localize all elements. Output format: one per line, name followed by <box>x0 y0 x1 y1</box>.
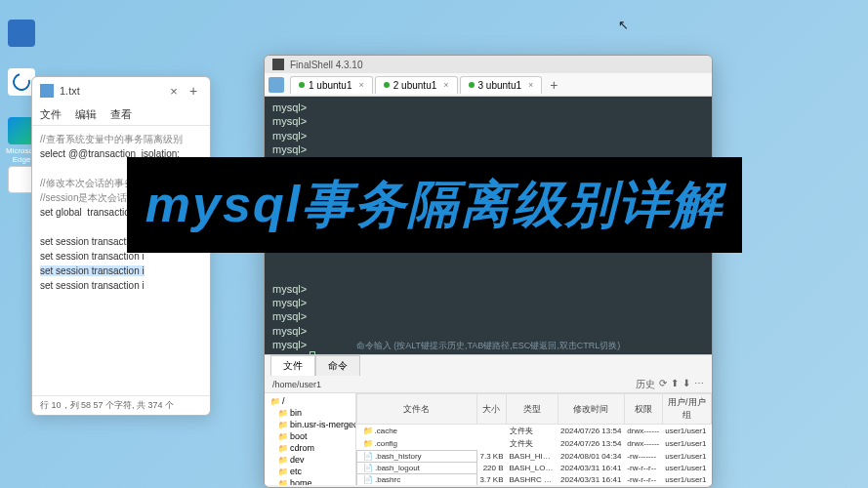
more-icon[interactable]: ⋯ <box>694 378 704 391</box>
status-dot-icon <box>299 82 305 88</box>
notepad-status: 行 10，列 58 57 个字符, 共 374 个 <box>32 395 210 415</box>
col-type[interactable]: 类型 <box>507 394 558 425</box>
path-bar: /home/user1 历史 ⟳ ⬆ ⬇ ⋯ <box>265 376 712 393</box>
shell-title: FinalShell 4.3.10 <box>290 60 363 70</box>
col-size[interactable]: 大小 <box>476 394 507 425</box>
file-manager: /binbin.usr-is-mergedbootcdromdevetchome… <box>265 393 712 485</box>
overlay-title: mysql事务隔离级别详解 <box>127 157 742 253</box>
tree-item[interactable]: cdrom <box>269 442 351 454</box>
tab-cmd[interactable]: 命令 <box>315 355 360 376</box>
upload-icon[interactable]: ⬆ <box>671 378 679 391</box>
overlay-text: mysql事务隔离级别详解 <box>145 171 723 239</box>
tree-item[interactable]: boot <box>269 430 351 442</box>
tab-3[interactable]: 3 ubuntu1× <box>460 76 543 94</box>
tab-files[interactable]: 文件 <box>270 355 315 376</box>
mouse-cursor-icon <box>618 18 630 33</box>
tree-item[interactable]: etc <box>269 466 351 477</box>
download-icon[interactable]: ⬇ <box>682 378 690 391</box>
finalshell-window: FinalShell 4.3.10 1 ubuntu1× 2 ubuntu1× … <box>264 55 713 488</box>
table-row[interactable]: .config文件夹2024/07/26 13:54drwx------user… <box>357 437 712 450</box>
file-icon <box>40 84 54 98</box>
tree-item[interactable]: bin.usr-is-merged <box>269 419 351 430</box>
menu-view[interactable]: 查看 <box>110 107 132 122</box>
status-dot-icon <box>384 82 390 88</box>
notepad-titlebar[interactable]: 1.txt × + <box>32 77 210 104</box>
current-path[interactable]: /home/user1 <box>272 380 321 389</box>
tab-close-icon[interactable]: × <box>359 80 364 90</box>
shell-titlebar[interactable]: FinalShell 4.3.10 <box>265 56 712 73</box>
menu-edit[interactable]: 编辑 <box>75 107 97 122</box>
table-row[interactable]: .bash_logout220 BBASH_LO…2024/03/31 16:4… <box>357 462 712 473</box>
app-icon <box>272 59 284 70</box>
bottom-tabs: 文件 命令 <box>265 354 712 376</box>
shell-tabs: 1 ubuntu1× 2 ubuntu1× 3 ubuntu1× + <box>265 73 712 97</box>
notepad-menu: 文件 编辑 查看 <box>32 104 210 126</box>
table-row[interactable]: .bash_history7.3 KBBASH_HI…2024/08/01 04… <box>357 450 712 462</box>
new-tab-icon[interactable]: + <box>185 83 202 99</box>
tab-2[interactable]: 2 ubuntu1× <box>375 76 458 94</box>
refresh-icon[interactable]: ⟳ <box>659 378 667 391</box>
history-label[interactable]: 历史 <box>636 378 655 391</box>
tab-close-icon[interactable]: × <box>443 80 448 90</box>
table-row[interactable]: .bashrc3.7 KBBASHRC …2024/03/31 16:41-rw… <box>357 473 712 485</box>
tree-item[interactable]: bin <box>269 407 351 419</box>
desktop-icon-generic[interactable] <box>6 20 37 57</box>
menu-file[interactable]: 文件 <box>40 107 62 122</box>
tree-item[interactable]: home <box>269 477 351 485</box>
folder-icon[interactable] <box>269 77 284 93</box>
status-dot-icon <box>469 82 475 88</box>
tab-close-icon[interactable]: × <box>163 84 185 99</box>
fm-tree[interactable]: /binbin.usr-is-mergedbootcdromdevetchome… <box>265 393 356 485</box>
tab-close-icon[interactable]: × <box>528 80 533 90</box>
tab-1[interactable]: 1 ubuntu1× <box>290 76 373 94</box>
col-owner[interactable]: 用户/用户组 <box>662 394 711 425</box>
fm-list[interactable]: 文件名 大小 类型 修改时间 权限 用户/用户组 .cache文件夹2024/0… <box>356 393 712 485</box>
col-perm[interactable]: 权限 <box>624 394 662 425</box>
col-mtime[interactable]: 修改时间 <box>558 394 624 425</box>
table-row[interactable]: .cache文件夹2024/07/26 13:54drwx------user1… <box>357 425 712 438</box>
tree-item[interactable]: dev <box>269 454 351 466</box>
notepad-title: 1.txt <box>60 85 80 97</box>
col-name[interactable]: 文件名 <box>357 394 477 425</box>
new-tab-icon[interactable]: + <box>544 77 563 93</box>
tree-item[interactable]: / <box>269 395 351 407</box>
terminal-hint: 命令输入 (按ALT键提示历史,TAB键路径,ESC键返回,双击CTRL切换) <box>265 341 712 352</box>
